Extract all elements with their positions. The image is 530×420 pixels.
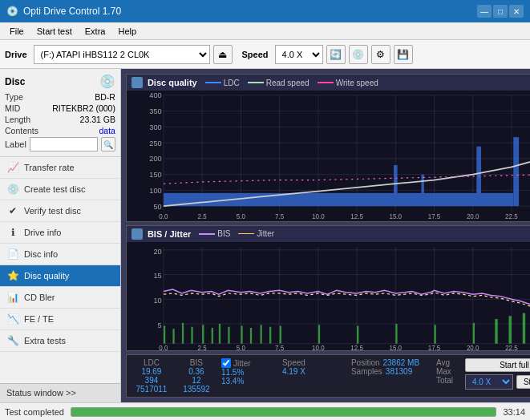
extra-tests-icon: 🔧: [6, 334, 19, 347]
svg-rect-95: [191, 326, 192, 343]
sidebar-item-fe-te[interactable]: 📉 FE / TE: [0, 309, 120, 330]
stats-panel: LDC 19.69 394 7517011 BIS 0.36 12 135592: [126, 354, 530, 398]
svg-rect-47: [164, 193, 513, 206]
speed-combo-select[interactable]: 4.0 X: [465, 374, 513, 390]
svg-text:2.5: 2.5: [197, 213, 207, 220]
svg-text:300: 300: [149, 123, 161, 131]
svg-text:12.5: 12.5: [350, 344, 363, 350]
disc-label-input[interactable]: [30, 137, 98, 151]
sidebar-item-extra-tests[interactable]: 🔧 Extra tests: [0, 330, 120, 352]
sidebar-item-disc-quality[interactable]: ⭐ Disc quality: [0, 265, 120, 287]
menu-help[interactable]: Help: [111, 25, 143, 38]
status-bar: Test completed 33:14: [0, 402, 530, 420]
app-title: Opti Drive Control 1.70: [23, 6, 121, 17]
svg-rect-103: [269, 326, 271, 343]
svg-rect-101: [250, 328, 252, 344]
sidebar-item-transfer-rate[interactable]: 📈 Transfer rate: [0, 157, 120, 179]
save-button[interactable]: 💾: [394, 45, 413, 64]
sidebar-item-cd-bler[interactable]: 📊 CD Bler: [0, 287, 120, 309]
svg-text:150: 150: [149, 171, 161, 179]
ldc-avg-val: 19.69: [141, 367, 161, 376]
status-time: 33:14: [503, 407, 525, 417]
sidebar-item-create-test-disc[interactable]: 💿 Create test disc: [0, 179, 120, 200]
bis-col-header: BIS: [190, 358, 203, 367]
svg-text:10: 10: [153, 296, 161, 305]
maximize-button[interactable]: □: [493, 5, 508, 18]
svg-text:20: 20: [153, 246, 161, 255]
svg-text:0.0: 0.0: [159, 344, 168, 350]
content-area: Disc quality LDC Read speed Write speed: [121, 69, 530, 402]
total-row-label: Total: [436, 376, 460, 385]
speed-select[interactable]: 4.0 X: [275, 45, 323, 64]
sidebar-item-drive-info-label: Drive info: [24, 228, 61, 237]
speed-val: 4.19 X: [282, 367, 346, 376]
svg-rect-93: [172, 329, 174, 343]
status-window-button[interactable]: Status window >>: [0, 383, 120, 402]
status-window-label: Status window >>: [6, 388, 76, 398]
mid-label: MID: [5, 103, 20, 113]
refresh-button[interactable]: 🔄: [326, 45, 346, 64]
ldc-col-header: LDC: [144, 358, 160, 367]
svg-rect-106: [357, 325, 358, 343]
disc-quality-chart-icon: [131, 77, 143, 88]
svg-rect-105: [318, 325, 320, 343]
type-label: Type: [5, 92, 23, 102]
position-val: 23862 MB: [383, 358, 420, 367]
eject-button[interactable]: ⏏: [213, 45, 233, 64]
svg-rect-48: [394, 165, 398, 206]
burn-button[interactable]: 💿: [349, 45, 368, 64]
sidebar-item-create-test-disc-label: Create test disc: [24, 184, 85, 194]
svg-text:0.0: 0.0: [159, 213, 168, 220]
minimize-button[interactable]: —: [477, 5, 492, 18]
samples-label: Samples: [351, 367, 382, 376]
svg-rect-96: [202, 325, 204, 343]
sidebar-item-verify-test-disc[interactable]: ✔ Verify test disc: [0, 200, 120, 222]
close-button[interactable]: ✕: [509, 5, 524, 18]
svg-text:350: 350: [149, 107, 161, 115]
svg-text:15: 15: [153, 271, 161, 280]
disc-quality-chart-panel: Disc quality LDC Read speed Write speed: [126, 74, 530, 222]
svg-text:250: 250: [149, 139, 161, 147]
svg-rect-92: [164, 325, 165, 343]
start-part-button[interactable]: Start part: [516, 375, 530, 389]
speed-col-header: Speed: [282, 358, 346, 367]
svg-rect-51: [513, 137, 519, 206]
disc-label-button[interactable]: 🔍: [101, 137, 115, 151]
settings-button[interactable]: ⚙: [371, 45, 390, 64]
ldc-total-val: 7517011: [136, 385, 167, 394]
svg-text:50: 50: [153, 203, 161, 211]
jitter-max-val: 13.4%: [221, 377, 277, 386]
jitter-avg-val: 11.5%: [221, 368, 277, 377]
write-speed-legend-label: Write speed: [336, 79, 378, 87]
svg-rect-112: [523, 313, 525, 343]
samples-val: 381309: [386, 367, 412, 376]
bis-total-val: 135592: [183, 385, 209, 394]
disc-label-label: Label: [5, 139, 26, 149]
svg-text:22.5: 22.5: [505, 213, 518, 220]
sidebar-item-drive-info[interactable]: ℹ Drive info: [0, 222, 120, 244]
jitter-checkbox[interactable]: [221, 358, 231, 368]
sidebar-item-disc-info[interactable]: 📄 Disc info: [0, 244, 120, 265]
title-bar: 💿 Opti Drive Control 1.70 — □ ✕: [0, 0, 530, 22]
speed-label: Speed: [242, 50, 269, 59]
svg-rect-97: [212, 328, 213, 344]
disc-quality-icon: ⭐: [6, 269, 19, 282]
start-full-button[interactable]: Start full: [465, 358, 530, 372]
svg-rect-109: [473, 323, 475, 344]
disc-quality-chart-area: 400 350 300 250 200 150 100 50 18 16 14: [127, 91, 530, 221]
menu-bar: File Start test Extra Help: [0, 22, 530, 40]
svg-text:5: 5: [157, 320, 161, 329]
menu-file[interactable]: File: [3, 25, 30, 38]
status-text: Test completed: [5, 407, 64, 417]
drive-select[interactable]: (F:) ATAPI iHBS112 2 CL0K: [34, 45, 210, 64]
svg-text:5.0: 5.0: [237, 213, 246, 220]
svg-rect-110: [495, 319, 497, 344]
menu-extra[interactable]: Extra: [79, 25, 112, 38]
svg-text:10.0: 10.0: [312, 344, 325, 350]
mid-value: RITEKBR2 (000): [52, 103, 115, 113]
menu-start-test[interactable]: Start test: [30, 25, 79, 38]
bis-max-val: 12: [192, 376, 200, 385]
length-value: 23.31 GB: [80, 115, 115, 124]
drive-label: Drive: [5, 50, 27, 59]
toolbar: Drive (F:) ATAPI iHBS112 2 CL0K ⏏ Speed …: [0, 40, 530, 69]
